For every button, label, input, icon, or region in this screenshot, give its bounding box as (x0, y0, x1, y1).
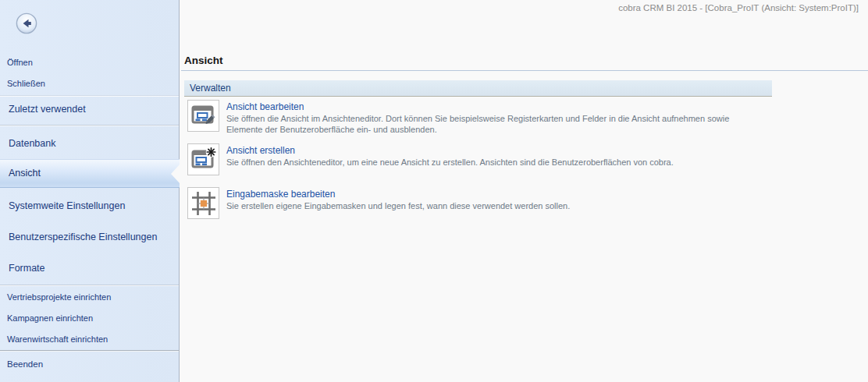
task-eingabemaske-bearbeiten[interactable]: Eingabemaske bearbeiten Sie erstellen ei… (187, 187, 749, 223)
sidebar-item-benutzerspezifische-einstellungen[interactable]: Benutzerspezifische Einstellungen (0, 232, 179, 242)
backstage-sidebar: Öffnen Schließen Zuletzt verwendet Daten… (0, 0, 180, 382)
sidebar-item-datenbank[interactable]: Datenbank (0, 138, 179, 149)
back-arrow-icon (15, 24, 38, 37)
sidebar-item-vertriebsprojekte-einrichten[interactable]: Vertriebsprojekte einrichten (0, 292, 179, 302)
task-ansicht-bearbeiten[interactable]: Ansicht bearbeiten Sie öffnen die Ansich… (187, 100, 749, 136)
task-ansicht-erstellen[interactable]: Ansicht erstellen Sie öffnen den Ansicht… (187, 143, 749, 179)
task-title-link[interactable]: Eingabemaske bearbeiten (226, 189, 765, 200)
sidebar-separator (0, 285, 179, 286)
sidebar-item-ansicht[interactable]: Ansicht (0, 159, 180, 188)
sidebar-item-systemweite-einstellungen[interactable]: Systemweite Einstellungen (0, 200, 179, 211)
sidebar-item-kampagnen-einrichten[interactable]: Kampagnen einrichten (0, 313, 179, 323)
input-mask-icon[interactable] (187, 187, 219, 219)
task-description: Sie öffnen die Ansicht im Ansichtenedito… (226, 114, 765, 135)
task-title-link[interactable]: Ansicht bearbeiten (226, 101, 765, 112)
section-header-label: Verwalten (184, 80, 772, 96)
task-description: Sie erstellen eigene Eingabemasken und l… (226, 201, 765, 212)
page-title: Ansicht (184, 55, 223, 66)
back-button[interactable] (15, 12, 38, 35)
sidebar-item-formate[interactable]: Formate (0, 263, 179, 274)
window-title: cobra CRM BI 2015 - [Cobra_ProIT (Ansich… (618, 3, 859, 12)
sidebar-separator (0, 350, 179, 352)
sidebar-item-schliessen[interactable]: Schließen (0, 79, 179, 88)
sidebar-item-warenwirtschaft-einrichten[interactable]: Warenwirtschaft einrichten (0, 334, 179, 344)
sidebar-separator (0, 95, 179, 97)
task-description: Sie öffnen den Ansichteneditor, um eine … (226, 157, 765, 168)
sidebar-separator (0, 125, 179, 126)
selected-item-arrow (171, 164, 180, 184)
section-header-verwalten: Verwalten (184, 80, 772, 97)
heading-divider (181, 70, 868, 71)
new-view-icon[interactable] (187, 143, 219, 175)
sidebar-item-beenden[interactable]: Beenden (0, 359, 179, 369)
sidebar-item-label: Ansicht (0, 160, 180, 187)
sidebar-item-oeffnen[interactable]: Öffnen (0, 58, 179, 67)
edit-view-icon[interactable] (187, 100, 219, 132)
sidebar-item-zuletzt-verwendet[interactable]: Zuletzt verwendet (0, 104, 179, 115)
task-title-link[interactable]: Ansicht erstellen (226, 145, 765, 156)
